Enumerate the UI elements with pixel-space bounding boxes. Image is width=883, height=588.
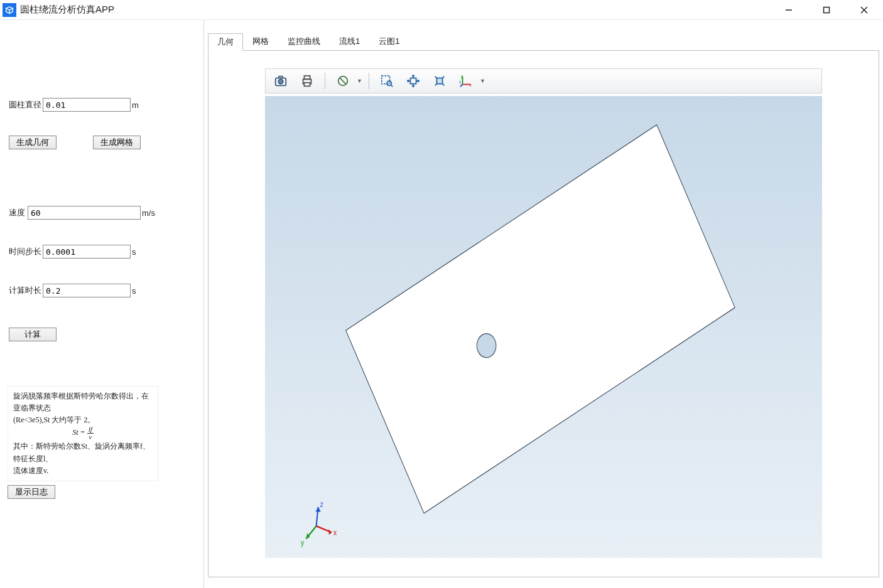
tab-geometry[interactable]: 几何 [208, 33, 243, 51]
timestep-row: 时间步长 s [9, 245, 195, 259]
velocity-input[interactable] [28, 206, 141, 220]
svg-text:z: z [459, 80, 461, 84]
info-line1: 旋涡脱落频率根据斯特劳哈尔数得出，在亚临界状态 [13, 390, 153, 414]
axis-triad-icon: x y z [301, 500, 337, 547]
svg-text:x: x [333, 528, 337, 537]
velocity-unit: m/s [142, 208, 155, 218]
geometry-canvas[interactable]: x y z [265, 96, 822, 558]
duration-unit: s [132, 286, 136, 296]
svg-rect-14 [410, 78, 416, 83]
pan-icon[interactable] [402, 71, 425, 91]
svg-line-13 [391, 85, 393, 87]
svg-rect-1 [824, 7, 830, 13]
svg-point-5 [278, 79, 283, 83]
tab-streamline1[interactable]: 流线1 [330, 33, 369, 50]
toolbar-separator [325, 73, 325, 89]
print-icon[interactable] [296, 71, 318, 91]
info-line3: 其中：斯特劳哈尔数St、旋涡分离频率f、特征长度l、 [13, 441, 153, 464]
duration-input[interactable] [43, 284, 131, 297]
axis-icon[interactable]: yxz [455, 71, 477, 91]
timestep-input[interactable] [43, 245, 131, 259]
svg-text:y: y [301, 538, 304, 547]
viewer-frame: ▼ yxz ▼ [208, 50, 879, 577]
svg-line-10 [340, 78, 345, 83]
close-button[interactable] [845, 0, 883, 20]
strouhal-formula: St = lf v [13, 426, 153, 441]
generate-geometry-button[interactable]: 生成几何 [9, 136, 57, 149]
svg-line-20 [460, 85, 463, 87]
tab-mesh[interactable]: 网格 [243, 33, 278, 50]
show-log-button[interactable]: 显示日志 [8, 485, 55, 499]
chevron-down-icon[interactable]: ▼ [357, 78, 362, 84]
content-area: 几何 网格 监控曲线 流线1 云图1 ▼ [204, 20, 883, 588]
diameter-input[interactable] [43, 98, 131, 112]
velocity-row: 速度 m/s [9, 206, 195, 220]
diameter-label: 圆柱直径 [9, 99, 43, 110]
duration-label: 计算时长 [9, 285, 43, 296]
info-box: 旋涡脱落频率根据斯特劳哈尔数得出，在亚临界状态 (Re<3e5),St 大约等于… [8, 386, 158, 481]
svg-rect-7 [304, 76, 310, 80]
titlebar: 圆柱绕流分析仿真APP [0, 0, 883, 20]
svg-point-12 [387, 81, 391, 85]
window-title: 圆柱绕流分析仿真APP [20, 4, 114, 16]
fit-icon[interactable] [428, 71, 451, 91]
duration-row: 计算时长 s [9, 284, 195, 297]
svg-text:x: x [469, 83, 472, 87]
timestep-unit: s [132, 247, 136, 257]
svg-marker-25 [328, 529, 332, 535]
svg-rect-15 [436, 78, 442, 83]
tab-strip: 几何 网格 监控曲线 流线1 云图1 [204, 33, 883, 50]
viewer-toolbar: ▼ yxz ▼ [265, 68, 822, 94]
toolbar-separator [369, 73, 369, 89]
chevron-down-icon[interactable]: ▼ [480, 78, 485, 84]
generate-mesh-button[interactable]: 生成网格 [93, 136, 141, 149]
minimize-button[interactable] [770, 0, 808, 20]
svg-rect-8 [304, 83, 310, 87]
diameter-unit: m [132, 100, 139, 110]
diameter-row: 圆柱直径 m [9, 98, 195, 112]
svg-text:z: z [320, 500, 323, 508]
zoom-box-icon[interactable] [376, 71, 398, 91]
info-line2: (Re<3e5),St 大约等于 2。 [13, 414, 153, 426]
sidebar: 圆柱直径 m 生成几何 生成网格 速度 m/s 时间步长 s 计算时长 s 计算 [0, 20, 204, 588]
app-icon [3, 3, 16, 17]
info-line4: 流体速度v. [13, 465, 153, 477]
tab-monitor-curve[interactable]: 监控曲线 [278, 33, 330, 50]
tab-contour1[interactable]: 云图1 [369, 33, 409, 50]
forbid-icon[interactable] [332, 71, 354, 91]
timestep-label: 时间步长 [9, 246, 43, 257]
camera-icon[interactable] [269, 71, 292, 91]
velocity-label: 速度 [9, 207, 28, 218]
svg-rect-22 [346, 125, 735, 513]
svg-rect-11 [382, 76, 390, 84]
maximize-button[interactable] [808, 0, 845, 20]
compute-button[interactable]: 计算 [9, 328, 57, 341]
